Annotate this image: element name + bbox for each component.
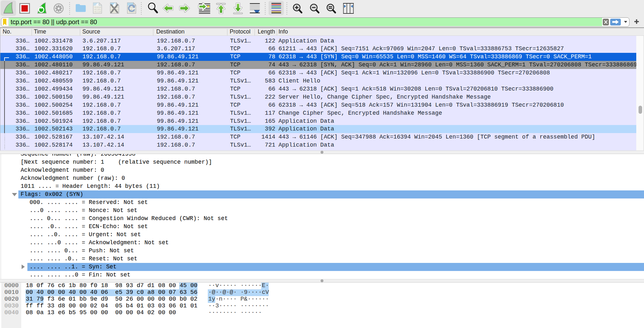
svg-text:01110: 01110 <box>94 11 101 13</box>
